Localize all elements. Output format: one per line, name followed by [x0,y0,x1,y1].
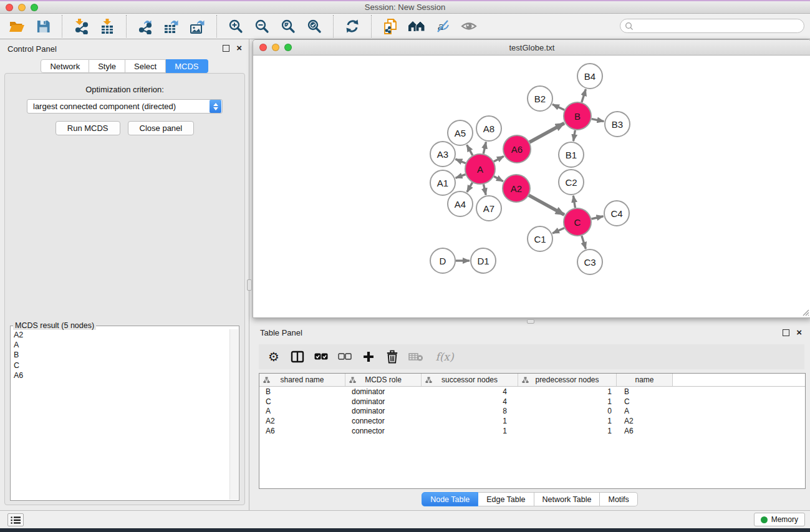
close-table-panel-icon[interactable]: × [796,326,802,339]
export-table-button[interactable] [158,16,185,37]
open-session-button[interactable] [4,16,30,37]
vertical-splitter-handle[interactable] [247,279,252,291]
graph-node-A8[interactable]: A8 [476,116,501,141]
table-cell[interactable]: A2 [259,417,345,425]
graph-node-A7[interactable]: A7 [476,196,501,221]
graph-edge[interactable] [494,177,503,181]
table-row[interactable]: Cdominator41C [259,397,805,407]
table-row[interactable]: A2connector11A2 [259,416,805,426]
table-cell[interactable]: A2 [617,417,673,425]
table-cell[interactable]: 8 [422,407,518,415]
delete-column-button[interactable] [383,348,401,365]
column-header-mcds-role[interactable]: MCDS role [345,374,422,386]
graph-node-C3[interactable]: C3 [577,249,602,274]
hide-labels-button[interactable]: a [430,16,456,37]
import-table-button[interactable] [94,16,120,37]
table-cell[interactable]: dominator [345,387,422,396]
tab-node-table[interactable]: Node Table [422,492,478,506]
graph-node-D[interactable]: D [430,248,455,273]
graph-node-A2[interactable]: A2 [503,175,530,202]
export-network-button[interactable] [132,16,158,37]
graph-node-C1[interactable]: C1 [528,226,552,251]
table-cell[interactable]: A6 [617,427,673,435]
graph-edge[interactable] [591,216,603,219]
home-button[interactable] [403,16,430,37]
graph-edge[interactable] [483,142,486,154]
resize-grip-icon[interactable] [801,307,809,316]
tab-mcds[interactable]: MCDS [166,59,208,73]
graph-edge[interactable] [467,183,473,192]
graph-node-C[interactable]: C [564,208,591,236]
optimization-criterion-select[interactable]: largest connected component (directed) [27,99,223,114]
tab-edge-table[interactable]: Edge Table [478,492,534,506]
graph-node-A3[interactable]: A3 [430,142,455,167]
graph-edge[interactable] [529,123,564,142]
table-cell[interactable]: A [617,407,673,415]
table-row[interactable]: Adominator80A [259,406,805,416]
column-visibility-button[interactable] [289,348,306,365]
import-network-button[interactable] [68,16,94,37]
table-cell[interactable]: connector [345,417,422,425]
table-cell[interactable]: 1 [518,397,617,406]
mcds-result-item[interactable]: A6 [12,370,229,380]
table-cell[interactable]: B [617,387,673,396]
graph-edge[interactable] [552,228,564,233]
tab-motifs[interactable]: Motifs [600,492,637,506]
table-cell[interactable]: connector [345,427,422,435]
search-field[interactable] [620,19,804,33]
table-cell[interactable]: A6 [259,427,345,435]
table-cell[interactable]: C [617,397,673,406]
add-column-button[interactable] [360,348,377,365]
graph-edge[interactable] [456,175,466,178]
graph-node-C2[interactable]: C2 [559,170,584,195]
column-header-predecessor-nodes[interactable]: predecessor nodes [518,374,617,386]
function-builder-button[interactable]: f(x) [431,348,458,365]
graph-node-A4[interactable]: A4 [448,191,473,216]
graph-edge[interactable] [467,145,473,155]
clone-network-button[interactable] [377,16,403,37]
save-session-button[interactable] [30,16,56,37]
tab-style[interactable]: Style [89,59,125,73]
graph-edge[interactable] [582,89,586,102]
table-cell[interactable]: 1 [518,387,617,396]
graph-edge[interactable] [573,196,575,208]
column-header-shared-name[interactable]: shared name [259,374,345,386]
tab-network[interactable]: Network [41,59,89,73]
show-console-button[interactable] [7,513,24,526]
tab-select[interactable]: Select [125,59,166,73]
float-table-panel-icon[interactable] [783,329,789,336]
table-settings-button[interactable]: ⚙ [265,348,282,365]
graph-edge[interactable] [494,156,504,162]
graph-node-A[interactable]: A [465,154,495,184]
graph-node-A6[interactable]: A6 [503,135,531,163]
graph-node-B[interactable]: B [564,102,591,130]
network-canvas[interactable]: B4B2BB3A5A8A6A3B1AA1C2A2A4A7C4CC1DD1C3 [253,56,810,317]
close-panel-button[interactable]: Close panel [128,121,195,135]
zoom-selected-button[interactable] [301,16,327,37]
float-panel-icon[interactable] [223,45,229,52]
zoom-out-button[interactable] [249,16,275,37]
graph-node-B3[interactable]: B3 [605,112,630,137]
export-image-button[interactable] [185,16,211,37]
close-panel-icon[interactable]: × [236,42,242,54]
graph-edge[interactable] [483,184,486,195]
zoom-fit-button[interactable] [275,16,301,37]
graph-edge[interactable] [529,195,564,215]
graph-edge[interactable] [552,104,564,110]
column-header-successor-nodes[interactable]: successor nodes [422,374,518,386]
table-cell[interactable]: 4 [422,397,518,406]
column-header-name[interactable]: name [617,374,673,386]
delete-table-button[interactable] [407,348,425,365]
mcds-result-item[interactable]: C [12,360,229,370]
table-cell[interactable]: 1 [518,427,617,435]
mcds-result-item[interactable]: A2 [12,330,229,340]
graph-edge[interactable] [574,130,576,142]
horizontal-splitter-handle[interactable] [527,319,534,324]
mcds-result-item[interactable]: A [12,340,229,350]
graph-node-D1[interactable]: D1 [471,248,496,273]
zoom-in-button[interactable] [223,16,249,37]
table-cell[interactable]: 1 [422,417,518,425]
graph-edge[interactable] [582,236,586,249]
graph-node-B4[interactable]: B4 [577,64,602,89]
mcds-result-list[interactable]: A2ABCA6 [12,330,229,499]
